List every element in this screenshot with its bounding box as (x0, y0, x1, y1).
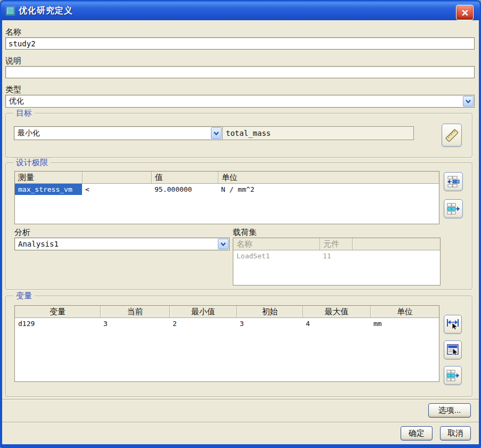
column-header-unit[interactable]: 单位 (370, 306, 439, 317)
column-header-initial[interactable]: 初始 (237, 306, 303, 317)
design-limits-group: 设计极限 测量 值 单位 max_stress_vm < 95.000000 N… (5, 162, 472, 290)
remove-row-icon (446, 369, 460, 382)
remove-variable-button[interactable] (444, 366, 462, 385)
chevron-down-icon[interactable] (218, 239, 229, 249)
objective-combobox[interactable]: 最小化 (14, 126, 223, 140)
operator-cell[interactable]: < (82, 184, 151, 195)
type-combobox[interactable]: 优化 (5, 95, 475, 108)
goal-measure-field: total_mass (222, 126, 414, 140)
table-row[interactable]: max_stress_vm < 95.000000 N / mm^2 (15, 184, 439, 195)
variable-cell[interactable]: d129 (15, 318, 100, 329)
analysis-combobox[interactable]: Analysis1 (14, 238, 230, 250)
window-frame: 优化研究定义 名称 说明 类型 优化 (0, 0, 481, 448)
name-label: 名称 (5, 27, 21, 37)
optimization-study-dialog: 优化研究定义 名称 说明 类型 优化 (0, 0, 481, 448)
separator (2, 399, 479, 400)
column-header-blank (352, 238, 440, 250)
variables-group: 变量 变量 当前 最小值 初始 最大值 单位 d129 3 2 3 (5, 296, 472, 397)
options-button[interactable]: 选项... (428, 403, 471, 418)
analysis-label: 分析 (14, 227, 30, 238)
cancel-button[interactable]: 取消 (440, 426, 471, 441)
dialog-body: 名称 说明 类型 优化 目标 最小化 (2, 20, 479, 444)
type-label: 类型 (5, 85, 21, 95)
design-limits-header: 测量 值 单位 (15, 172, 439, 184)
column-header-measure[interactable]: 测量 (15, 172, 82, 183)
value-cell[interactable]: 95.000000 (151, 184, 218, 195)
column-header-maximum[interactable]: 最大值 (303, 306, 370, 317)
variables-header: 变量 当前 最小值 初始 最大值 单位 (15, 306, 439, 318)
variable-unit-cell[interactable]: mm (370, 318, 439, 329)
loadset-name-cell: LoadSet1 (233, 250, 320, 262)
close-icon (461, 9, 469, 17)
selected-measure-cell[interactable]: max_stress_vm (15, 184, 82, 195)
initial-cell[interactable]: 3 (237, 318, 303, 329)
window-icon (6, 7, 14, 15)
window-title: 优化研究定义 (19, 5, 73, 17)
goal-group-label: 目标 (13, 108, 35, 118)
column-header-unit[interactable]: 单位 (218, 172, 439, 183)
add-limit-row-button[interactable] (444, 172, 463, 191)
name-input[interactable] (5, 37, 475, 50)
design-limits-table: 测量 值 单位 max_stress_vm < 95.000000 N / mm… (14, 171, 439, 224)
description-input[interactable] (5, 66, 475, 78)
loadset-label: 载荷集 (233, 227, 257, 238)
title-bar[interactable]: 优化研究定义 (1, 1, 480, 20)
goal-group: 目标 最小化 total_mass (5, 113, 472, 158)
add-row-icon (446, 175, 460, 189)
select-dimension-button[interactable] (444, 315, 462, 334)
close-button[interactable] (456, 5, 474, 20)
chevron-down-icon[interactable] (211, 127, 222, 139)
loadset-table: 名称 元件 LoadSet1 11 (233, 238, 441, 286)
type-value: 优化 (9, 96, 24, 106)
maximum-cell[interactable]: 4 (303, 318, 370, 329)
current-cell[interactable]: 3 (100, 318, 169, 329)
select-from-list-icon (446, 343, 460, 357)
table-row: LoadSet1 11 (233, 250, 440, 262)
select-from-list-button[interactable] (444, 340, 462, 360)
variables-group-label: 变量 (13, 291, 35, 301)
column-header-minimum[interactable]: 最小值 (169, 306, 237, 317)
loadset-components-cell: 11 (320, 250, 352, 262)
column-header-current[interactable]: 当前 (100, 306, 169, 317)
description-label: 说明 (5, 56, 21, 66)
column-header-variable[interactable]: 变量 (15, 306, 100, 317)
variables-table: 变量 当前 最小值 初始 最大值 单位 d129 3 2 3 4 mm (14, 305, 439, 382)
table-row[interactable]: d129 3 2 3 4 mm (15, 318, 439, 329)
select-dimension-icon (446, 317, 460, 331)
separator (2, 422, 479, 423)
remove-limit-row-button[interactable] (444, 199, 463, 218)
remove-row-icon (446, 202, 460, 216)
column-header-value[interactable]: 值 (151, 172, 218, 183)
column-header-loadset-components: 元件 (320, 238, 352, 250)
unit-cell[interactable]: N / mm^2 (218, 184, 439, 195)
ok-button[interactable]: 确定 (401, 426, 433, 441)
loadset-header: 名称 元件 (233, 238, 440, 250)
select-measure-button[interactable] (442, 124, 462, 147)
design-limits-group-label: 设计极限 (13, 158, 51, 168)
objective-value: 最小化 (18, 128, 40, 138)
chevron-down-icon[interactable] (463, 96, 474, 107)
ruler-icon (444, 127, 460, 143)
column-header-operator[interactable] (82, 172, 151, 183)
column-header-loadset-name: 名称 (233, 238, 320, 250)
minimum-cell[interactable]: 2 (169, 318, 237, 329)
analysis-value: Analysis1 (18, 240, 59, 248)
